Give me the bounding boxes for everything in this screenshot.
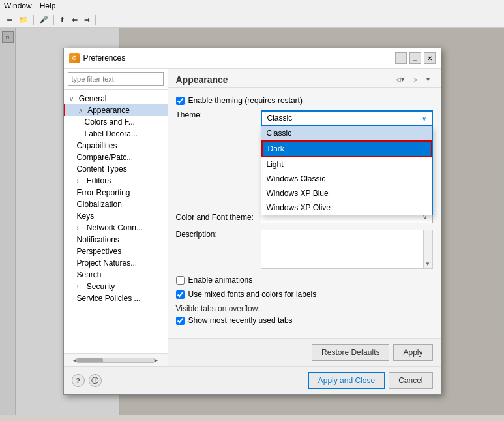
dropdown-item-dark[interactable]: Dark	[261, 140, 432, 157]
tree-item-compare[interactable]: Compare/Patc...	[64, 151, 168, 163]
description-label: Description:	[176, 230, 261, 239]
dropdown-item-windows-xp-blue[interactable]: Windows XP Blue	[261, 186, 432, 200]
theme-label: Theme:	[176, 110, 261, 119]
cancel-button[interactable]: Cancel	[389, 372, 432, 389]
nav-forward-btn[interactable]: ▷	[409, 74, 421, 85]
tree-item-error-reporting[interactable]: Error Reporting	[64, 187, 168, 198]
maximize-button[interactable]: □	[409, 52, 421, 64]
tree-item-security[interactable]: › Security	[64, 281, 168, 292]
tree-label-project-natures: Project Natures...	[77, 258, 138, 268]
tree-panel: ∨ General ∧ Appearance Colors and F... L…	[64, 69, 168, 366]
tree-item-editors[interactable]: › Editors	[64, 175, 168, 187]
tree-label-colors: Colors and F...	[85, 117, 135, 127]
tree-label-perspectives: Perspectives	[77, 247, 122, 256]
tree-label-error-reporting: Error Reporting	[77, 188, 130, 197]
toolbar-sep-2	[53, 15, 54, 25]
tree-item-perspectives[interactable]: Perspectives	[64, 245, 168, 257]
show-recently-used-checkbox[interactable]	[176, 317, 185, 325]
dropdown-item-windows-classic[interactable]: Windows Classic	[261, 172, 432, 186]
tree-label-capabilities: Capabilities	[77, 141, 117, 150]
tree-item-capabilities[interactable]: Capabilities	[64, 140, 168, 151]
toolbar-nav1[interactable]: ⬅	[69, 14, 80, 25]
toolbar-back[interactable]: ⬅	[4, 14, 15, 25]
tree-label-notifications: Notifications	[77, 235, 119, 244]
menu-window[interactable]: Window	[4, 1, 32, 10]
show-recently-used-label: Show most recently used tabs	[188, 316, 293, 325]
dropdown-item-classic[interactable]: Classic	[261, 126, 432, 140]
content-header: Appearance ◁▾ ▷ ▾	[168, 69, 441, 88]
tree-filter-input[interactable]	[68, 72, 164, 86]
dialog-titlebar-left: ⚙ Preferences	[69, 53, 126, 63]
tree-label-service-policies: Service Policies ...	[77, 294, 141, 303]
toolbar-sep-1	[33, 15, 34, 25]
desc-scroll-down-icon: ▼	[425, 261, 430, 267]
tree-item-appearance[interactable]: ∧ Appearance	[64, 104, 168, 116]
tree-filter-area	[64, 69, 168, 90]
scrollbar-thumb[interactable]	[77, 358, 103, 362]
toolbar-nav2[interactable]: ➡	[82, 14, 93, 25]
toolbar-sep-3	[95, 15, 96, 25]
expand-icon-network: ›	[77, 225, 85, 232]
apply-button[interactable]: Apply	[393, 344, 432, 361]
expand-icon-editors: ›	[77, 178, 85, 185]
mixed-fonts-checkbox[interactable]	[176, 290, 185, 299]
modal-overlay: ⚙ Preferences — □ ✕	[0, 28, 504, 415]
color-font-label: Color and Font theme:	[176, 213, 261, 222]
tree-label-content-types: Content Types	[77, 164, 127, 174]
theme-dropdown-list: Classic Dark Light Windows Classic Windo…	[261, 126, 433, 215]
description-box: ▼	[261, 230, 433, 269]
theme-select-display[interactable]: Classic ∨	[261, 110, 433, 126]
help-button[interactable]: ?	[72, 374, 85, 387]
tree-item-network-conn[interactable]: › Network Conn...	[64, 222, 168, 234]
tree-item-label-dec[interactable]: Label Decora...	[64, 128, 168, 140]
nav-menu-btn[interactable]: ▾	[423, 74, 433, 85]
tree-item-search[interactable]: Search	[64, 269, 168, 281]
enable-theming-label: Enable theming (requires restart)	[188, 96, 303, 105]
description-scrollbar[interactable]: ▼	[423, 230, 432, 268]
tree-item-general[interactable]: ∨ General	[64, 93, 168, 104]
toolbar: ⬅ 📁 🎤 ⬆ ⬅ ➡	[0, 12, 504, 28]
enable-animations-checkbox[interactable]	[176, 276, 185, 285]
theme-row: Theme: Classic ∨ Classic Dark	[176, 110, 433, 126]
restore-defaults-button[interactable]: Restore Defaults	[312, 344, 389, 361]
tree-item-keys[interactable]: Keys	[64, 210, 168, 222]
dialog-action-bar: ? ⓘ Apply and Close Cancel	[64, 366, 441, 394]
content-title: Appearance	[176, 74, 228, 85]
enable-theming-row: Enable theming (requires restart)	[176, 96, 433, 105]
dropdown-item-light[interactable]: Light	[261, 157, 432, 172]
dialog-body: ∨ General ∧ Appearance Colors and F... L…	[64, 69, 441, 366]
nav-back-btn[interactable]: ◁▾	[393, 74, 408, 85]
expand-icon-appearance: ∧	[78, 107, 86, 114]
action-buttons: Apply and Close Cancel	[308, 372, 433, 389]
tree-item-notifications[interactable]: Notifications	[64, 234, 168, 245]
tree-horizontal-scrollbar[interactable]: ◂ ▸	[64, 353, 168, 366]
tree-item-colors[interactable]: Colors and F...	[64, 116, 168, 128]
scrollbar-track[interactable]	[76, 358, 155, 363]
toolbar-mic[interactable]: 🎤	[37, 14, 51, 25]
tree-item-project-natures[interactable]: Project Natures...	[64, 257, 168, 269]
enable-theming-checkbox[interactable]	[176, 97, 185, 105]
expand-icon-security: ›	[77, 283, 85, 290]
dropdown-item-windows-xp-olive[interactable]: Windows XP Olive	[261, 200, 432, 215]
tree-item-service-policies[interactable]: Service Policies ...	[64, 292, 168, 304]
toolbar-up[interactable]: ⬆	[57, 14, 68, 25]
menu-help[interactable]: Help	[40, 1, 56, 10]
tree-label-appearance: Appearance	[87, 106, 130, 115]
toolbar-folder[interactable]: 📁	[16, 14, 31, 25]
scroll-right-btn[interactable]: ▸	[155, 356, 158, 364]
apply-and-close-button[interactable]: Apply and Close	[308, 372, 385, 389]
close-button[interactable]: ✕	[424, 52, 436, 64]
menu-bar: Window Help	[0, 0, 504, 12]
info-button[interactable]: ⓘ	[89, 374, 102, 387]
content-nav: ◁▾ ▷ ▾	[393, 74, 433, 85]
minimize-button[interactable]: —	[395, 52, 407, 64]
mixed-fonts-label: Use mixed fonts and colors for labels	[188, 290, 317, 299]
tree-item-globalization[interactable]: Globalization	[64, 198, 168, 210]
theme-dropdown-arrow-icon: ∨	[422, 115, 426, 122]
preferences-icon: ⚙	[69, 53, 80, 63]
mixed-fonts-row: Use mixed fonts and colors for labels	[176, 290, 433, 299]
dialog-titlebar: ⚙ Preferences — □ ✕	[64, 48, 441, 69]
tree-label-globalization: Globalization	[77, 200, 122, 209]
tree-item-content-types[interactable]: Content Types	[64, 163, 168, 175]
help-icons: ? ⓘ	[72, 374, 102, 387]
